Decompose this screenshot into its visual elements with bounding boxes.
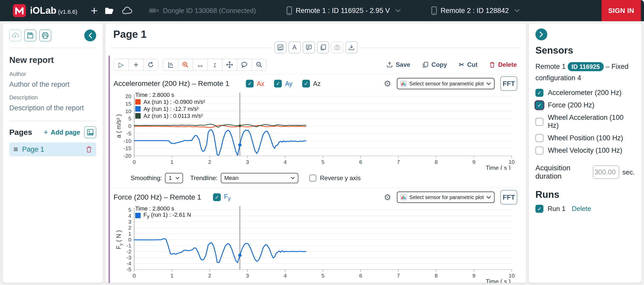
- delete-chart-button[interactable]: Delete: [489, 61, 517, 68]
- run-checkbox[interactable]: ✓: [535, 205, 543, 213]
- open-folder-button[interactable]: [104, 6, 115, 15]
- y-tick-label: -5: [126, 266, 131, 272]
- remote2-menu[interactable]: Remote 2 : ID 128842: [431, 6, 520, 15]
- zoom-out-tool[interactable]: [252, 59, 266, 70]
- checkbox-checked-icon: ✓: [274, 80, 282, 87]
- parametric-plot-select[interactable]: Select sensor for parametric plot: [397, 192, 495, 203]
- pan-vertical-tool[interactable]: ↕: [207, 59, 222, 70]
- remote1-menu[interactable]: Remote 1 : ID 116925 - 2.95 V: [286, 6, 401, 15]
- page-list-item[interactable]: ≡ Page 1: [9, 142, 96, 156]
- report-title: New report: [9, 55, 96, 65]
- sensor-row-wheel-position[interactable]: ✓ Wheel Position (100 Hz): [535, 134, 635, 142]
- copy-chart-button[interactable]: Copy: [422, 61, 447, 68]
- zoom-in-tool[interactable]: [178, 59, 193, 70]
- sensor-row-wheel-velocity[interactable]: ✓ Wheel Velocity (100 Hz): [535, 147, 635, 155]
- trendline-select[interactable]: Mean: [221, 173, 298, 183]
- record-button[interactable]: ▷: [114, 59, 128, 70]
- download-button[interactable]: [345, 41, 357, 53]
- force-chart[interactable]: Time : 2.8000 sFy (run 1) : -2.61 N 5432…: [113, 206, 519, 283]
- delete-run-link[interactable]: Delete: [572, 205, 591, 213]
- parametric-plot-select[interactable]: Select sensor for parametric plot: [397, 78, 495, 89]
- delete-page-icon[interactable]: [86, 146, 92, 153]
- accelerometer-title: Accelerometer (200 Hz) – Remote 1: [113, 79, 229, 88]
- dongle-status: Dongle ID 130068 (Connected): [149, 7, 256, 15]
- app-name: iOLab: [30, 5, 56, 16]
- x-tick-label: 2: [208, 273, 211, 279]
- remote-device-icon: [431, 6, 437, 15]
- chevron-down-icon: [291, 177, 295, 179]
- drag-handle-icon[interactable]: ≡: [13, 145, 18, 154]
- cloud-button[interactable]: [122, 6, 133, 15]
- pan-tool[interactable]: [222, 59, 237, 70]
- new-file-button[interactable]: +: [91, 5, 98, 16]
- x-tick-label: 3: [246, 273, 249, 279]
- save-chart-button[interactable]: Save: [387, 61, 410, 68]
- reverse-y-axis-checkbox[interactable]: [309, 174, 316, 182]
- collapse-right-panel-button[interactable]: [535, 28, 547, 40]
- acquisition-duration-input[interactable]: 300.00: [593, 165, 619, 179]
- x-tick-label: 8: [435, 273, 438, 279]
- accelerometer-chart[interactable]: Time : 2.8000 sAx (run 1) : -0.0900 m/s²…: [113, 92, 519, 170]
- x-tick-label: 7: [397, 273, 400, 279]
- x-tick-label: 1: [170, 273, 173, 279]
- add-image-page-button[interactable]: [84, 126, 96, 138]
- acquisition-duration-row: Acquisition duration 300.00 sec.: [535, 164, 635, 180]
- scissors-icon: ✂: [459, 61, 464, 68]
- screenshot-button[interactable]: [331, 41, 343, 53]
- fft-button[interactable]: FFT: [500, 190, 517, 204]
- force-header: Force (200 Hz) – Remote 1 ✓ Fy ⚙ Select …: [113, 189, 519, 205]
- sensor-checkbox[interactable]: ✓: [535, 118, 543, 126]
- chart-settings-gear-icon[interactable]: ⚙: [384, 79, 391, 89]
- y-tick-label: -1: [126, 243, 131, 249]
- sensor-checkbox[interactable]: ✓: [535, 134, 543, 142]
- save-report-button[interactable]: [24, 30, 36, 41]
- add-text-button[interactable]: A: [289, 41, 300, 53]
- sensor-checkbox[interactable]: ✓: [535, 147, 543, 155]
- add-page-button[interactable]: +Add page: [44, 128, 80, 137]
- fy-checkbox[interactable]: ✓ Fy: [213, 193, 231, 202]
- ay-checkbox[interactable]: ✓ Ay: [274, 80, 292, 87]
- pan-horizontal-tool[interactable]: ↔: [193, 59, 207, 70]
- add-chart-button[interactable]: [274, 41, 286, 53]
- y-tick-label: 15: [125, 101, 131, 107]
- x-tick-label: 9: [472, 273, 475, 279]
- x-tick-label: 7: [397, 159, 400, 165]
- reset-view-button[interactable]: [143, 59, 158, 70]
- author-field[interactable]: Author of the report: [9, 81, 96, 89]
- annotation-tool[interactable]: [237, 59, 252, 70]
- remote-device-icon: [286, 6, 292, 15]
- paste-button[interactable]: [317, 41, 329, 53]
- cut-chart-button[interactable]: ✂ Cut: [459, 61, 478, 68]
- sign-in-button[interactable]: SIGN IN: [602, 0, 641, 21]
- page-item-label: Page 1: [22, 145, 44, 154]
- add-comment-button[interactable]: [303, 41, 315, 53]
- description-label: Description: [9, 94, 96, 101]
- x-tick-label: 9: [472, 159, 475, 165]
- sensor-checkbox[interactable]: ✓: [535, 101, 543, 109]
- page-canvas: Page 1 A: [105, 23, 526, 283]
- sensor-row-wheel-acceleration[interactable]: ✓ Wheel Acceleration (100 Hz): [535, 114, 635, 130]
- force-title: Force (200 Hz) – Remote 1: [113, 193, 201, 201]
- collapse-left-panel-button[interactable]: [84, 30, 96, 41]
- sensor-checkbox[interactable]: ✓: [535, 89, 543, 97]
- description-field[interactable]: Description of the report: [9, 104, 96, 112]
- legend-item: Ax (run 1) : -0.0900 m/s²: [135, 98, 205, 105]
- y-axis-title: Fy ( N ): [115, 230, 123, 249]
- dongle-label: Dongle ID 130068 (Connected): [163, 7, 256, 15]
- page-title: Page 1: [113, 28, 517, 40]
- az-checkbox[interactable]: ✓ Az: [302, 80, 321, 87]
- sensor-row-accelerometer[interactable]: ✓ Accelerometer (200 Hz): [535, 89, 635, 97]
- legend-item: Az (run 1) : 0.0113 m/s²: [135, 112, 205, 119]
- ax-checkbox[interactable]: ✓ Ax: [246, 80, 264, 87]
- print-button[interactable]: [39, 30, 51, 41]
- sensor-row-force[interactable]: ✓ Force (200 Hz): [535, 101, 635, 109]
- add-run-button[interactable]: +: [128, 59, 143, 70]
- fft-button[interactable]: FFT: [500, 76, 517, 91]
- chart-settings-gear-icon[interactable]: ⚙: [384, 192, 391, 202]
- cursor-dot-2: [239, 124, 241, 127]
- dongle-icon: [149, 8, 159, 13]
- cloud-upload-button[interactable]: [9, 30, 21, 41]
- autoscale-button[interactable]: [163, 59, 178, 70]
- accelerometer-options: Smoothing: 1 Trendline: Mean Reverse y a…: [131, 172, 519, 184]
- smoothing-select[interactable]: 1: [165, 173, 183, 183]
